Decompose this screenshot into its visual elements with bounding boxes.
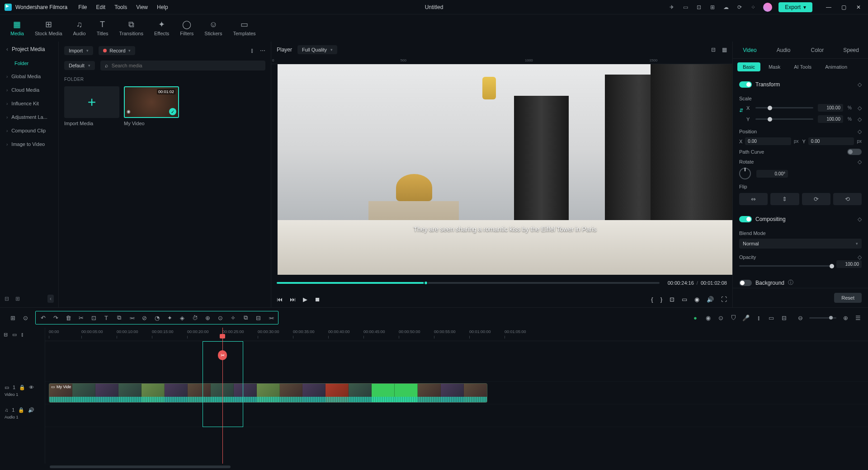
record-dropdown[interactable]: Record▾ <box>99 46 135 55</box>
import-media-tile[interactable]: + Import Media <box>64 86 119 126</box>
scale-y-slider[interactable] <box>755 118 813 120</box>
search-input[interactable] <box>112 63 261 68</box>
video-track-header[interactable]: ▭1🔒👁 Video 1 <box>0 382 45 404</box>
keyframe-icon[interactable]: ◇ <box>858 159 862 165</box>
tab-filters[interactable]: ◯Filters <box>175 18 198 38</box>
eye-icon[interactable]: 👁 <box>29 385 34 390</box>
zoom-out-button[interactable]: ⊖ <box>795 312 806 323</box>
menu-edit[interactable]: Edit <box>96 4 106 10</box>
apps-icon[interactable]: ⁘ <box>750 4 757 11</box>
sidebar-adjustment-layer[interactable]: Adjustment La... <box>0 110 58 124</box>
tab-transitions[interactable]: ⧉Transitions <box>114 18 148 38</box>
scale-x-slider[interactable] <box>755 107 813 108</box>
zoom-in-button[interactable]: ⊕ <box>840 312 851 323</box>
rotate-dial[interactable] <box>739 168 751 179</box>
motion-icon[interactable]: ⊕ <box>202 312 213 323</box>
keyframe-icon[interactable]: ◇ <box>858 116 862 122</box>
rotate-cw-button[interactable]: ⟳ <box>802 193 830 205</box>
audio-track-header[interactable]: ♫1🔒🔊 Audio 1 <box>0 404 45 427</box>
sidebar-project-media[interactable]: Project Media <box>0 42 58 57</box>
copy-button[interactable]: ⧉ <box>113 312 124 323</box>
group-icon[interactable]: ⊟ <box>253 312 264 323</box>
keyframe-icon[interactable]: ◇ <box>858 216 862 222</box>
minimize-button[interactable]: — <box>823 3 834 11</box>
menu-view[interactable]: View <box>136 4 148 10</box>
keyframe-icon[interactable]: ◇ <box>858 81 862 88</box>
timeline-ruler[interactable]: 00:00 00:00:05:00 00:00:10:00 00:00:15:0… <box>45 328 868 341</box>
tv-icon[interactable]: ▭ <box>766 312 777 323</box>
background-toggle[interactable] <box>739 280 752 286</box>
refresh-icon[interactable]: ⟳ <box>736 4 743 11</box>
lock-all-icon[interactable]: ⊟ <box>4 332 8 338</box>
next-frame-button[interactable]: ⏭ <box>290 296 296 303</box>
maximize-button[interactable]: ▢ <box>839 3 849 11</box>
scale-x-value[interactable]: 100.00 <box>818 104 843 112</box>
progress-bar[interactable] <box>277 282 660 284</box>
play-button[interactable]: ▶ <box>303 296 307 303</box>
sidebar-cloud-media[interactable]: Cloud Media <box>0 83 58 97</box>
menu-file[interactable]: File <box>78 4 87 10</box>
export-button[interactable]: Export▾ <box>778 2 812 12</box>
sidebar-compound-clip[interactable]: Compound Clip <box>0 124 58 137</box>
keyframe-icon[interactable]: ◇ <box>858 254 862 260</box>
keyframe-icon[interactable]: ◇ <box>858 128 862 135</box>
layers-icon[interactable]: ⧉ <box>240 312 251 323</box>
video-track-row[interactable]: ▭My Vide <box>45 382 868 404</box>
timeline-scrollbar[interactable] <box>0 464 868 470</box>
folder-open-icon[interactable]: ⊟ <box>5 296 9 302</box>
camera-icon[interactable]: ◉ <box>694 296 699 303</box>
redo-button[interactable]: ↷ <box>50 312 61 323</box>
tab-stickers[interactable]: ☺Stickers <box>199 18 227 38</box>
track-menu-icon[interactable]: ⫿ <box>21 332 24 337</box>
video-clip[interactable]: ▭My Vide <box>49 383 487 403</box>
cloud-icon[interactable]: ☁ <box>722 4 730 11</box>
delete-button[interactable]: 🗑 <box>63 312 74 323</box>
list-view-icon[interactable]: ☰ <box>853 312 863 323</box>
link-button[interactable]: ⫘ <box>126 312 137 323</box>
fit-icon[interactable]: ⊟ <box>778 312 789 323</box>
quality-dropdown[interactable]: Full Quality▾ <box>297 45 337 54</box>
message-icon[interactable]: ▭ <box>682 4 689 11</box>
tag-icon[interactable]: ⊙ <box>215 312 226 323</box>
shield-icon[interactable]: ⛉ <box>728 312 739 323</box>
record-tl-icon[interactable]: ◉ <box>703 312 713 323</box>
search-field[interactable]: ⌕ <box>100 61 265 70</box>
compare-icon[interactable]: ⊟ <box>711 47 716 53</box>
sort-dropdown[interactable]: Default▾ <box>64 61 95 70</box>
magnet-icon[interactable]: ⊙ <box>20 312 31 323</box>
timer-icon[interactable]: ⏱ <box>189 312 200 323</box>
subtab-basic[interactable]: Basic <box>737 62 760 71</box>
sidebar-folder[interactable]: Folder <box>0 57 58 70</box>
color-button[interactable]: ◔ <box>151 312 162 323</box>
info-icon[interactable]: ⓘ <box>788 279 793 287</box>
effects-button[interactable]: ✦ <box>164 312 175 323</box>
blend-mode-dropdown[interactable]: Normal▾ <box>739 239 862 249</box>
user-avatar[interactable] <box>763 3 772 12</box>
path-curve-toggle[interactable] <box>847 149 862 155</box>
flip-horizontal-button[interactable]: ⇔ <box>739 193 768 205</box>
new-folder-icon[interactable]: ⊞ <box>15 296 20 302</box>
fullscreen-button[interactable]: ⛶ <box>721 296 727 303</box>
speed-button[interactable]: ⊘ <box>139 312 150 323</box>
menu-tools[interactable]: Tools <box>114 4 127 10</box>
timeline-tracks[interactable]: 00:00 00:00:05:00 00:00:10:00 00:00:15:0… <box>45 328 868 464</box>
sidebar-influence-kit[interactable]: Influence Kit <box>0 97 58 110</box>
volume-icon[interactable]: 🔊 <box>28 407 34 413</box>
scale-y-value[interactable]: 100.00 <box>818 115 843 123</box>
zoom-slider[interactable] <box>809 317 836 319</box>
lock-icon[interactable]: 🔒 <box>18 407 24 413</box>
tab-audio[interactable]: ♫Audio <box>68 18 91 38</box>
crop-tool-button[interactable]: ⊡ <box>88 312 99 323</box>
sidebar-image-to-video[interactable]: Image to Video <box>0 137 58 151</box>
subtab-ai-tools[interactable]: AI Tools <box>788 62 817 71</box>
transform-toggle[interactable] <box>739 81 752 88</box>
unlink-icon[interactable]: ⫘ <box>265 312 276 323</box>
wand-icon[interactable]: ✧ <box>227 312 238 323</box>
link-icon[interactable]: ⇵ <box>739 108 743 113</box>
cut-button[interactable]: ✂ <box>75 312 86 323</box>
text-tool-button[interactable]: T <box>101 312 112 323</box>
mute-all-icon[interactable]: ▭ <box>12 332 17 338</box>
display-button[interactable]: ▭ <box>682 296 687 303</box>
playhead[interactable]: ✂ <box>222 328 223 464</box>
more-icon[interactable]: ⋯ <box>260 47 265 54</box>
